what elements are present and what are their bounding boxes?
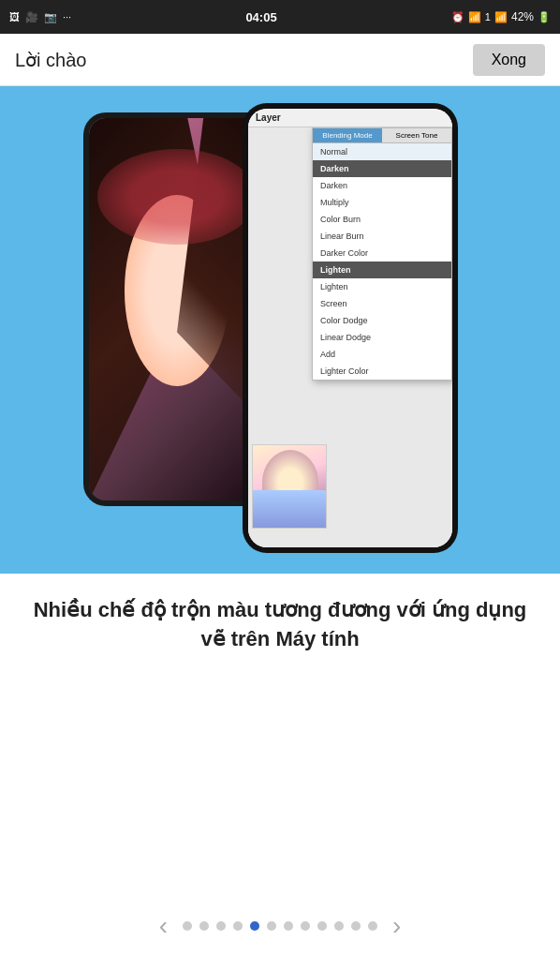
status-bar: 🖼 🎥 📷 ··· 04:05 ⏰ 📶 1 📶 42% 🔋 <box>0 0 560 34</box>
nav-dot-7[interactable] <box>301 921 310 931</box>
more-icon: ··· <box>63 11 71 22</box>
description-text: Nhiều chế độ trộn màu tương đương với ứn… <box>28 596 532 654</box>
phone-canvas-area: Blending Mode Screen Tone Normal Darken … <box>248 127 452 547</box>
blend-item-screen[interactable]: Screen <box>313 295 451 312</box>
nav-dot-8[interactable] <box>317 921 327 931</box>
next-arrow-button[interactable]: › <box>383 911 410 941</box>
blend-item-linear-dodge[interactable]: Linear Dodge <box>313 329 451 346</box>
phone-frame: Layer <box>111 103 449 562</box>
status-time: 04:05 <box>245 10 276 24</box>
nav-dot-10[interactable] <box>351 921 361 931</box>
top-bar: Lời chào Xong <box>0 34 560 86</box>
page-title: Lời chào <box>15 49 87 71</box>
blend-item-normal[interactable]: Normal <box>313 143 451 160</box>
status-left: 🖼 🎥 📷 ··· <box>9 11 71 23</box>
battery-label: 42% <box>511 10 534 23</box>
phone-main: Layer <box>243 103 458 553</box>
blend-header-darken: Darken <box>313 160 451 177</box>
nav-dot-11[interactable] <box>368 921 377 931</box>
image-section: Layer <box>0 86 560 574</box>
main-content: Layer <box>0 86 560 956</box>
nav-dot-0[interactable] <box>183 921 192 931</box>
nav-dot-5[interactable] <box>267 921 276 931</box>
blend-tabs: Blending Mode Screen Tone <box>313 128 451 143</box>
blend-item-darken[interactable]: Darken <box>313 177 451 194</box>
blend-item-darker-color[interactable]: Darker Color <box>313 245 451 261</box>
nav-dot-1[interactable] <box>199 921 209 931</box>
blend-item-lighter-color[interactable]: Lighter Color <box>313 363 451 380</box>
blend-item-color-dodge[interactable]: Color Dodge <box>313 312 451 329</box>
blend-item-linear-burn[interactable]: Linear Burn <box>313 228 451 245</box>
nav-dots <box>183 921 377 931</box>
blend-dropdown: Blending Mode Screen Tone Normal Darken … <box>312 127 452 381</box>
prev-arrow-button[interactable]: ‹ <box>150 911 177 941</box>
blend-item-color-burn[interactable]: Color Burn <box>313 211 451 228</box>
screen-tone-tab[interactable]: Screen Tone <box>382 128 451 142</box>
camera-icon: 📷 <box>44 11 57 23</box>
video-icon: 🎥 <box>25 11 38 23</box>
phone-screen-content: Layer <box>248 109 452 547</box>
blend-item-add[interactable]: Add <box>313 346 451 363</box>
blend-item-multiply[interactable]: Multiply <box>313 194 451 211</box>
wifi-icon: 📶 <box>468 11 481 23</box>
status-right: ⏰ 📶 1 📶 42% 🔋 <box>451 10 551 23</box>
nav-dot-2[interactable] <box>216 921 226 931</box>
phone-thumbnail <box>252 444 327 529</box>
alarm-icon: ⏰ <box>451 11 464 23</box>
blend-header-lighten: Lighten <box>313 261 451 278</box>
description-section: Nhiều chế độ trộn màu tương đương với ứn… <box>0 574 560 669</box>
nav-dot-9[interactable] <box>334 921 344 931</box>
nav-dot-3[interactable] <box>233 921 243 931</box>
phone-back-image <box>89 118 265 500</box>
blend-item-lighten[interactable]: Lighten <box>313 278 451 295</box>
phone-back-screen <box>89 118 265 500</box>
nav-dot-6[interactable] <box>284 921 293 931</box>
layer-header: Layer <box>248 109 452 127</box>
image-icon: 🖼 <box>9 11 20 22</box>
nav-dot-4[interactable] <box>250 921 259 931</box>
phone-main-screen: Layer <box>248 109 452 547</box>
network-icon: 1 <box>485 11 491 22</box>
close-button[interactable]: Xong <box>473 44 545 76</box>
nav-section: ‹ › <box>140 896 420 956</box>
signal-icon: 📶 <box>494 11 508 23</box>
thumbnail-image <box>253 445 326 528</box>
battery-icon: 🔋 <box>538 11 551 23</box>
blending-mode-tab[interactable]: Blending Mode <box>313 128 382 142</box>
